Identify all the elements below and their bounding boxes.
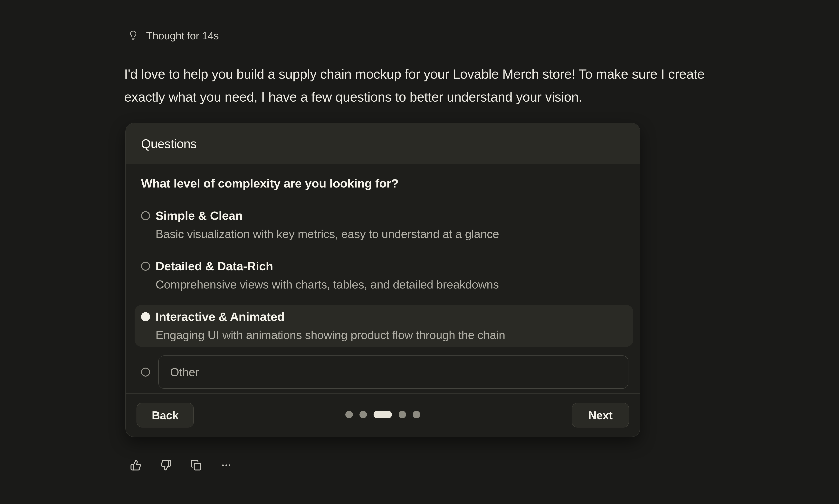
more-options-icon xyxy=(221,460,232,471)
question-text: What level of complexity are you looking… xyxy=(141,176,628,190)
next-button[interactable]: Next xyxy=(572,403,629,428)
radio-selected-icon[interactable] xyxy=(141,312,150,321)
copy-icon xyxy=(190,460,202,471)
radio-unselected-icon[interactable] xyxy=(141,262,150,271)
radio-unselected-icon[interactable] xyxy=(141,367,150,377)
thumbs-down-button[interactable] xyxy=(160,460,172,471)
option-description: Comprehensive views with charts, tables,… xyxy=(156,275,499,294)
progress-dot xyxy=(399,411,406,418)
option-description: Engaging UI with animations showing prod… xyxy=(156,326,505,344)
lightbulb-icon xyxy=(128,29,139,42)
back-button[interactable]: Back xyxy=(137,403,194,428)
card-footer: Back Next xyxy=(126,393,640,437)
assistant-message-line: I'd love to help you build a supply chai… xyxy=(124,62,779,86)
other-input-value: Other xyxy=(170,365,199,379)
other-text-input[interactable]: Other xyxy=(158,356,628,389)
copy-button[interactable] xyxy=(190,460,202,471)
more-options-button[interactable] xyxy=(221,460,232,471)
progress-dot xyxy=(360,411,367,418)
card-body: What level of complexity are you looking… xyxy=(126,164,640,389)
thumbs-up-icon xyxy=(130,460,141,471)
option-description: Basic visualization with key metrics, ea… xyxy=(156,225,499,243)
option-title: Detailed & Data-Rich xyxy=(156,257,499,275)
progress-dot-active xyxy=(373,411,392,418)
thought-row[interactable]: Thought for 14s xyxy=(128,29,219,42)
radio-unselected-icon[interactable] xyxy=(141,211,150,220)
assistant-message: I'd love to help you build a supply chai… xyxy=(124,62,779,108)
questions-card: Questions What level of complexity are y… xyxy=(125,123,640,437)
option-interactive-animated[interactable]: Interactive & Animated Engaging UI with … xyxy=(135,305,633,347)
progress-indicator xyxy=(345,411,420,418)
assistant-message-line: exactly what you need, I have a few ques… xyxy=(124,86,779,108)
card-header: Questions xyxy=(126,123,640,164)
thought-duration-label: Thought for 14s xyxy=(146,30,219,42)
option-simple-clean[interactable]: Simple & Clean Basic visualization with … xyxy=(135,204,633,246)
message-actions xyxy=(130,460,232,471)
thumbs-up-button[interactable] xyxy=(130,460,141,471)
progress-dot xyxy=(413,411,420,418)
option-detailed-data-rich[interactable]: Detailed & Data-Rich Comprehensive views… xyxy=(135,254,633,296)
thumbs-down-icon xyxy=(160,460,172,471)
card-title: Questions xyxy=(141,137,197,151)
progress-dot xyxy=(345,411,353,418)
option-title: Simple & Clean xyxy=(156,206,499,225)
option-title: Interactive & Animated xyxy=(156,307,505,326)
option-other: Other xyxy=(141,356,628,389)
